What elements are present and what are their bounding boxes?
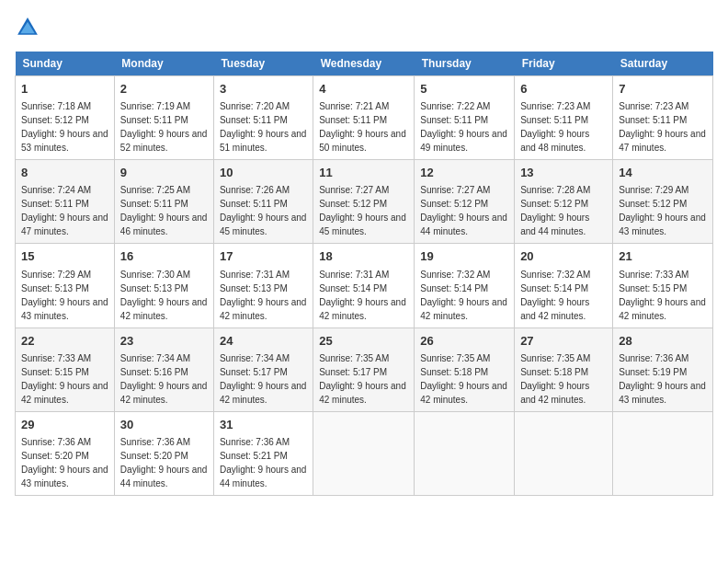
daylight-info: Daylight: 9 hours and 42 minutes. [520,381,589,405]
daylight-info: Daylight: 9 hours and 42 minutes. [520,297,589,321]
sunset-info: Sunset: 5:11 PM [120,199,188,209]
sunset-info: Sunset: 5:21 PM [220,451,288,461]
day-number: 24 [220,333,307,350]
calendar-cell [613,411,713,495]
sunrise-info: Sunrise: 7:27 AM [420,185,490,195]
day-number: 18 [319,248,408,265]
daylight-info: Daylight: 9 hours and 44 minutes. [120,465,208,488]
daylight-info: Daylight: 9 hours and 45 minutes. [319,213,406,236]
calendar-cell: 15 Sunrise: 7:29 AM Sunset: 5:13 PM Dayl… [16,244,115,327]
sunset-info: Sunset: 5:11 PM [220,115,288,125]
daylight-info: Daylight: 9 hours and 45 minutes. [220,213,307,236]
sunset-info: Sunset: 5:15 PM [21,367,89,377]
calendar-cell: 30 Sunrise: 7:36 AM Sunset: 5:20 PM Dayl… [114,411,213,495]
daylight-info: Daylight: 9 hours and 42 minutes. [120,297,208,321]
column-header-tuesday: Tuesday [213,52,313,76]
calendar-cell: 20 Sunrise: 7:32 AM Sunset: 5:14 PM Dayl… [515,244,613,327]
page-header [15,15,713,40]
day-number: 1 [21,81,108,98]
calendar-cell: 10 Sunrise: 7:26 AM Sunset: 5:11 PM Dayl… [213,160,313,244]
day-number: 16 [120,248,208,265]
logo-icon [15,15,40,40]
day-number: 6 [520,81,607,98]
calendar-cell: 26 Sunrise: 7:35 AM Sunset: 5:18 PM Dayl… [415,327,515,411]
calendar-cell: 4 Sunrise: 7:21 AM Sunset: 5:11 PM Dayli… [313,76,415,160]
sunrise-info: Sunrise: 7:31 AM [220,270,290,280]
sunrise-info: Sunrise: 7:35 AM [420,353,490,363]
calendar-cell: 5 Sunrise: 7:22 AM Sunset: 5:11 PM Dayli… [415,76,515,160]
sunrise-info: Sunrise: 7:32 AM [520,270,590,280]
day-number: 2 [120,81,208,98]
calendar-cell: 7 Sunrise: 7:23 AM Sunset: 5:11 PM Dayli… [613,76,713,160]
sunset-info: Sunset: 5:13 PM [220,283,288,293]
day-number: 31 [220,417,307,433]
daylight-info: Daylight: 9 hours and 42 minutes. [21,381,108,405]
day-number: 8 [21,165,108,181]
calendar-header-row: SundayMondayTuesdayWednesdayThursdayFrid… [16,52,713,76]
sunrise-info: Sunrise: 7:36 AM [120,437,190,447]
daylight-info: Daylight: 9 hours and 43 minutes. [21,297,108,321]
column-header-sunday: Sunday [16,52,115,76]
calendar-cell: 1 Sunrise: 7:18 AM Sunset: 5:12 PM Dayli… [16,76,115,160]
sunrise-info: Sunrise: 7:33 AM [21,353,91,363]
day-number: 13 [520,165,607,181]
day-number: 29 [21,417,108,433]
calendar-cell: 3 Sunrise: 7:20 AM Sunset: 5:11 PM Dayli… [213,76,313,160]
sunset-info: Sunset: 5:13 PM [21,283,89,293]
sunset-info: Sunset: 5:11 PM [420,115,488,125]
daylight-info: Daylight: 9 hours and 52 minutes. [120,129,208,153]
column-header-monday: Monday [114,52,213,76]
day-number: 21 [619,248,707,265]
daylight-info: Daylight: 9 hours and 44 minutes. [220,465,307,488]
calendar-week-row: 1 Sunrise: 7:18 AM Sunset: 5:12 PM Dayli… [16,76,713,160]
sunrise-info: Sunrise: 7:31 AM [319,270,389,280]
day-number: 11 [319,165,408,181]
sunrise-info: Sunrise: 7:23 AM [619,101,688,111]
calendar-cell: 9 Sunrise: 7:25 AM Sunset: 5:11 PM Dayli… [114,160,213,244]
sunset-info: Sunset: 5:20 PM [120,451,188,461]
sunset-info: Sunset: 5:11 PM [319,115,387,125]
calendar-cell: 6 Sunrise: 7:23 AM Sunset: 5:11 PM Dayli… [515,76,613,160]
daylight-info: Daylight: 9 hours and 42 minutes. [420,381,507,405]
calendar-cell: 8 Sunrise: 7:24 AM Sunset: 5:11 PM Dayli… [16,160,115,244]
sunrise-info: Sunrise: 7:34 AM [120,353,190,363]
daylight-info: Daylight: 9 hours and 42 minutes. [420,297,507,321]
sunrise-info: Sunrise: 7:27 AM [319,185,389,195]
sunrise-info: Sunrise: 7:22 AM [420,101,490,111]
sunset-info: Sunset: 5:13 PM [120,283,188,293]
calendar-cell: 28 Sunrise: 7:36 AM Sunset: 5:19 PM Dayl… [613,327,713,411]
column-header-friday: Friday [515,52,613,76]
day-number: 23 [120,333,208,350]
daylight-info: Daylight: 9 hours and 42 minutes. [619,297,706,321]
calendar-week-row: 22 Sunrise: 7:33 AM Sunset: 5:15 PM Dayl… [16,327,713,411]
calendar-cell: 18 Sunrise: 7:31 AM Sunset: 5:14 PM Dayl… [313,244,415,327]
sunset-info: Sunset: 5:18 PM [520,367,588,377]
calendar-table: SundayMondayTuesdayWednesdayThursdayFrid… [15,52,713,496]
sunset-info: Sunset: 5:19 PM [619,367,687,377]
sunrise-info: Sunrise: 7:33 AM [619,270,688,280]
daylight-info: Daylight: 9 hours and 46 minutes. [120,213,208,236]
sunrise-info: Sunrise: 7:29 AM [619,185,688,195]
daylight-info: Daylight: 9 hours and 51 minutes. [220,129,307,153]
daylight-info: Daylight: 9 hours and 49 minutes. [420,129,507,153]
daylight-info: Daylight: 9 hours and 42 minutes. [220,381,307,405]
calendar-cell: 21 Sunrise: 7:33 AM Sunset: 5:15 PM Dayl… [613,244,713,327]
sunrise-info: Sunrise: 7:35 AM [520,353,590,363]
daylight-info: Daylight: 9 hours and 42 minutes. [319,297,406,321]
calendar-cell: 25 Sunrise: 7:35 AM Sunset: 5:17 PM Dayl… [313,327,415,411]
daylight-info: Daylight: 9 hours and 43 minutes. [619,381,706,405]
sunset-info: Sunset: 5:12 PM [21,115,89,125]
day-number: 15 [21,248,108,265]
sunset-info: Sunset: 5:17 PM [220,367,288,377]
calendar-cell: 22 Sunrise: 7:33 AM Sunset: 5:15 PM Dayl… [16,327,115,411]
day-number: 14 [619,165,707,181]
sunset-info: Sunset: 5:11 PM [619,115,687,125]
daylight-info: Daylight: 9 hours and 44 minutes. [420,213,507,236]
sunset-info: Sunset: 5:12 PM [319,199,387,209]
day-number: 3 [220,81,307,98]
logo [15,15,44,40]
calendar-cell: 2 Sunrise: 7:19 AM Sunset: 5:11 PM Dayli… [114,76,213,160]
daylight-info: Daylight: 9 hours and 44 minutes. [520,213,589,236]
sunset-info: Sunset: 5:17 PM [319,367,387,377]
sunset-info: Sunset: 5:11 PM [21,199,89,209]
